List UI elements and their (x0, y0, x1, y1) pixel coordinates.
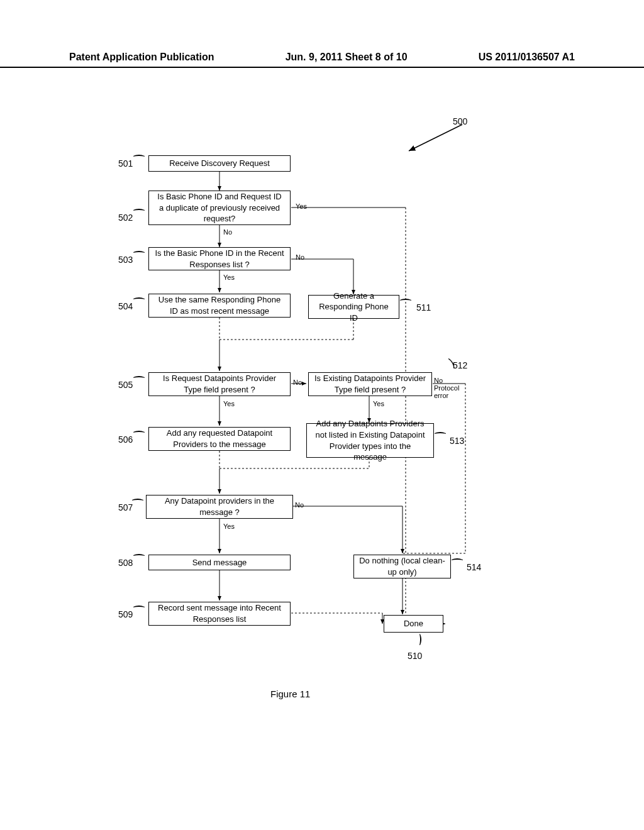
ref-503: 503 (118, 255, 133, 265)
lbl-507-no: No (295, 501, 304, 509)
figure-caption: Figure 11 (270, 689, 310, 699)
lbl-503-yes: Yes (223, 274, 235, 281)
curve-501: ⁀ (134, 155, 144, 170)
box-511: Generate a Responding Phone ID (308, 295, 399, 319)
lbl-502-no: No (223, 228, 232, 236)
ref-513: 513 (450, 436, 464, 446)
curve-507: ⁀ (133, 499, 143, 514)
lbl-503-no: No (296, 253, 304, 261)
lbl-502-yes: Yes (296, 202, 307, 210)
ref-500: 500 (453, 116, 467, 126)
box-513: Add any Datapoints Providers not listed … (306, 423, 434, 458)
flowchart: 500 (0, 116, 644, 745)
box-514: Do nothing (local clean-up only) (353, 555, 451, 578)
box-509: Record sent message into Recent Response… (148, 602, 291, 626)
box-510: Done (384, 615, 443, 633)
ref-514: 514 (467, 562, 481, 572)
curve-505: ⁀ (134, 376, 144, 391)
header-center: Jun. 9, 2011 Sheet 8 of 10 (286, 52, 408, 63)
header-right: US 2011/0136507 A1 (479, 52, 575, 63)
box-512: Is Existing Datapoints Provider Type fie… (308, 372, 432, 396)
curve-506: ⁀ (134, 431, 144, 446)
ref-510: 510 (408, 651, 422, 661)
ref-504: 504 (118, 301, 133, 311)
curve-513: ⁀ (435, 432, 445, 447)
curve-503: ⁀ (134, 251, 144, 266)
curve-510: ⁀ (406, 634, 421, 645)
ref-509: 509 (118, 609, 133, 619)
svg-line-0 (409, 124, 462, 151)
box-502: Is Basic Phone ID and Request ID a dupli… (148, 191, 291, 225)
box-505: Is Request Datapoints Provider Type fiel… (148, 372, 291, 396)
ref-506: 506 (118, 434, 133, 445)
lbl-505-no: No (293, 379, 302, 386)
page-header: Patent Application Publication Jun. 9, 2… (0, 52, 644, 68)
curve-504: ⁀ (134, 297, 144, 313)
ref-511: 511 (416, 302, 431, 313)
box-501: Receive Discovery Request (148, 155, 291, 172)
curve-502: ⁀ (134, 209, 144, 224)
ref-508: 508 (118, 558, 133, 568)
lbl-505-yes: Yes (223, 400, 235, 407)
lbl-512-yes: Yes (373, 400, 384, 407)
box-504: Use the same Responding Phone ID as most… (148, 294, 291, 318)
box-508: Send message (148, 555, 291, 570)
ref-505: 505 (118, 380, 133, 390)
ref-501: 501 (118, 158, 133, 169)
curve-514: ⁀ (452, 558, 462, 573)
curve-511: ⁀ (401, 299, 411, 314)
box-507: Any Datapoint providers in the message ? (146, 495, 293, 519)
header-left: Patent Application Publication (69, 52, 214, 63)
lbl-512-no: No Protocol error (434, 377, 459, 399)
curve-509: ⁀ (134, 606, 144, 621)
box-503: Is the Basic Phone ID in the Recent Resp… (148, 247, 291, 270)
box-506: Add any requested Datapoint Providers to… (148, 427, 291, 451)
ref-507: 507 (118, 502, 133, 512)
ref-502: 502 (118, 213, 133, 223)
curve-508: ⁀ (134, 554, 144, 569)
lbl-507-yes: Yes (223, 523, 235, 530)
